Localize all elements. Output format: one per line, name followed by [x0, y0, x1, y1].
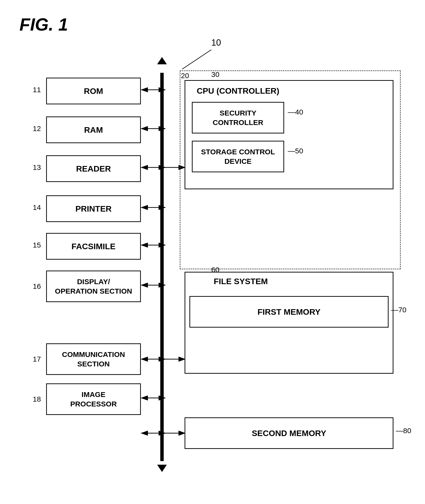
ram-box: RAM	[46, 116, 141, 143]
second-memory-box: SECOND MEMORY	[185, 417, 393, 449]
cpu-label: CPU (CONTROLLER)	[197, 86, 279, 96]
cpu-box	[185, 80, 393, 189]
first-memory-box: FIRST MEMORY	[189, 296, 389, 328]
label-30: 30	[211, 70, 219, 79]
ref-16: 16	[33, 282, 41, 290]
label-10: 10	[211, 38, 221, 48]
ref-13: 13	[33, 163, 41, 172]
label-80: —80	[396, 427, 411, 435]
rom-box: ROM	[46, 78, 141, 104]
ref-14: 14	[33, 203, 41, 212]
ref-18: 18	[33, 395, 41, 403]
label-50: —50	[288, 147, 303, 155]
ref-15: 15	[33, 241, 41, 249]
display-box: DISPLAY/OPERATION SECTION	[46, 271, 141, 302]
ref-12: 12	[33, 124, 41, 133]
printer-box: PRINTER	[46, 195, 141, 222]
svg-marker-6	[157, 465, 167, 472]
file-system-label: FILE SYSTEM	[214, 277, 268, 286]
security-controller-box: SECURITYCONTROLLER	[192, 102, 284, 133]
ref-17: 17	[33, 355, 41, 363]
facsimile-box: FACSIMILE	[46, 233, 141, 260]
svg-line-7	[182, 50, 211, 69]
figure-title: FIG. 1	[19, 15, 68, 34]
communication-box: COMMUNICATIONSECTION	[46, 343, 141, 375]
label-40: —40	[288, 108, 303, 116]
svg-marker-5	[157, 57, 167, 64]
reader-box: READER	[46, 155, 141, 182]
label-20: 20	[181, 72, 189, 80]
image-processor-box: IMAGEPROCESSOR	[46, 383, 141, 415]
storage-control-box: STORAGE CONTROLDEVICE	[192, 141, 284, 172]
label-70: —70	[391, 306, 406, 314]
ref-11: 11	[33, 86, 41, 94]
